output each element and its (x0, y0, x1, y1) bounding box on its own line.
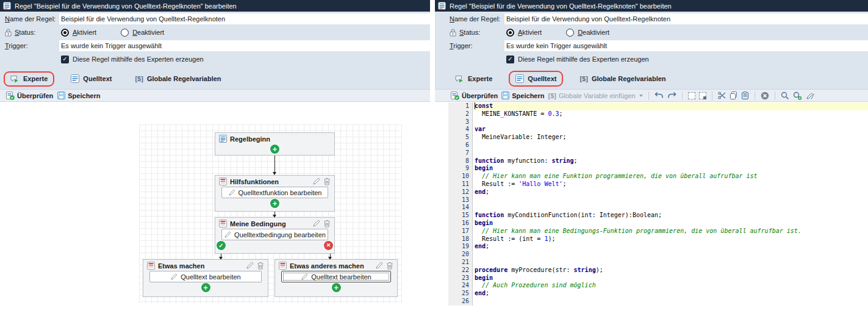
code-line[interactable]: MEINE_KONSTANTE = 0.3; (473, 110, 868, 118)
save-button[interactable]: Speichern (57, 91, 100, 99)
radio-deaktiviert[interactable]: Deaktiviert (566, 29, 609, 37)
code-editor[interactable]: 1234567891011121314151617181920212223242… (435, 102, 868, 306)
save-button[interactable]: Speichern (501, 91, 544, 99)
tab-globale-regelvariablen[interactable]: [$] Globale Regelvariablen (128, 71, 228, 86)
checkbox-checked-icon[interactable] (506, 56, 514, 63)
code-line[interactable]: // Auch Prozeduren sind möglich (473, 282, 868, 290)
toolbar-separator (755, 91, 755, 100)
code-line[interactable]: end; (473, 188, 868, 196)
trigger-value-field[interactable]: Es wurde kein Trigger ausgewählt (59, 40, 430, 51)
add-node-button[interactable]: + (332, 283, 341, 292)
code-line[interactable] (473, 298, 868, 306)
edit-source-button[interactable]: Quelltext bearbeiten (149, 271, 262, 282)
code-line[interactable]: MeineVariable: Integer; (473, 134, 868, 142)
trigger-value-field[interactable]: Es wurde kein Trigger ausgewählt (504, 40, 868, 51)
select-all-icon[interactable] (688, 92, 695, 99)
code-line[interactable]: var (473, 126, 868, 134)
node-meine-bedingung[interactable]: Meine Bedingung Quelltextbedingung bearb… (215, 217, 335, 254)
form-row-status: Status: Aktiviert Deaktiviert (435, 27, 868, 38)
code-line[interactable]: begin (473, 220, 868, 228)
node-etwas-anderes-machen[interactable]: Etwas anderes machen Quelltext bearbeite… (274, 259, 398, 297)
code-line[interactable] (473, 118, 868, 126)
line-number: 19 (448, 243, 469, 251)
edit-pencil-icon[interactable] (246, 262, 254, 270)
code-line[interactable]: end; (473, 290, 868, 298)
code-line[interactable]: end; (473, 243, 868, 251)
paste-icon[interactable] (741, 91, 749, 99)
tab-experte[interactable]: Experte (448, 71, 499, 87)
name-value-field[interactable]: Beispiel für die Verwendung von Quelltex… (59, 13, 430, 24)
radio-deaktiviert[interactable]: Deaktiviert (121, 29, 164, 37)
code-line[interactable]: const (473, 102, 868, 110)
code-line[interactable]: begin (473, 165, 868, 173)
name-value-field[interactable]: Beispiel für die Verwendung von Quelltex… (504, 13, 868, 24)
code-line[interactable]: // Hier kann man eine Funktion programmi… (473, 173, 868, 181)
node-etwas-machen[interactable]: Etwas machen Quelltext bearbeiten + (143, 259, 268, 297)
code-line[interactable]: function myConditionFunction(int: Intege… (473, 212, 868, 220)
radio-aktiviert[interactable]: Aktiviert (61, 29, 96, 37)
node-title: Etwas anderes machen (290, 262, 364, 270)
edit-pencil-icon[interactable] (312, 177, 320, 185)
insert-global-variable-button[interactable]: [$] Globale Variable einfügen (548, 92, 642, 99)
expert-checkbox[interactable]: Diese Regel mithilfe des Experten erzeug… (61, 56, 204, 63)
radio-aktiviert-control[interactable] (506, 29, 514, 37)
search-replace-icon[interactable] (806, 91, 815, 100)
flowchart-canvas[interactable]: Regelbeginn + Hilfsfunktionen Quelltextf… (139, 124, 402, 303)
rule-start-doc-icon (219, 135, 227, 143)
search-next-icon[interactable] (793, 91, 802, 100)
delete-trash-icon[interactable] (257, 262, 264, 270)
checkbox-checked-icon[interactable] (61, 56, 69, 63)
radio-deaktiviert-control[interactable] (121, 29, 129, 37)
delete-trash-icon[interactable] (323, 220, 331, 228)
check-button[interactable]: Überprüfen (6, 91, 53, 100)
edit-pencil-icon[interactable] (375, 262, 383, 270)
code-line[interactable]: Result := (int = 1); (473, 235, 868, 243)
edit-source-function-button[interactable]: Quelltextfunktion bearbeiten (221, 187, 328, 198)
radio-aktiviert[interactable]: Aktiviert (506, 29, 542, 37)
tab-experte[interactable]: Experte (4, 71, 54, 87)
line-number: 14 (448, 204, 469, 212)
add-node-button[interactable]: + (201, 283, 210, 292)
clear-icon[interactable] (761, 91, 769, 100)
cut-icon[interactable] (718, 91, 726, 99)
tab-quelltext[interactable]: Quelltext (509, 71, 563, 87)
code-line[interactable] (473, 149, 868, 157)
radio-aktiviert-control[interactable] (61, 29, 69, 37)
undo-icon[interactable] (655, 91, 664, 99)
save-floppy-icon (501, 91, 509, 99)
add-node-button[interactable]: + (270, 199, 279, 208)
copy-icon[interactable] (730, 91, 737, 99)
add-node-button[interactable]: + (270, 145, 279, 154)
code-lines[interactable]: const MEINE_KONSTANTE = 0.3;var MeineVar… (473, 102, 868, 306)
expert-checkbox[interactable]: Diese Regel mithilfe des Experten erzeug… (506, 56, 649, 63)
search-icon[interactable] (781, 91, 789, 100)
rule-form: Name der Regel: Beispiel für die Verwend… (435, 12, 868, 68)
code-line[interactable]: begin (473, 274, 868, 282)
code-line[interactable] (473, 142, 868, 149)
code-line[interactable] (473, 251, 868, 259)
code-line[interactable]: // Hier kann man eine Bedingungs-Funktio… (473, 228, 868, 235)
radio-deaktiviert-control[interactable] (566, 29, 574, 37)
check-button[interactable]: Überprüfen (451, 91, 498, 100)
node-regelbeginn[interactable]: Regelbeginn + (215, 132, 335, 156)
edit-source-button-focused[interactable]: Quelltext bearbeiten (281, 271, 391, 282)
code-line[interactable]: function myfunction: string; (473, 157, 868, 165)
tab-quelltext[interactable]: Quelltext (64, 71, 118, 87)
condition-true-button[interactable]: ✓ (217, 241, 226, 250)
select-block-icon[interactable] (699, 92, 706, 99)
edit-source-condition-button[interactable]: Quelltextbedingung bearbeiten (221, 229, 328, 240)
delete-trash-icon[interactable] (323, 177, 331, 185)
line-number: 7 (448, 149, 469, 157)
tab-globale-regelvariablen[interactable]: [$] Globale Regelvariablen (573, 71, 672, 86)
condition-false-button[interactable]: ✕ (324, 241, 333, 250)
node-hilfsfunktionen[interactable]: Hilfsfunktionen Quelltextfunktion bearbe… (215, 175, 335, 212)
edit-pencil-icon[interactable] (312, 220, 320, 228)
code-line[interactable]: procedure myProcedure(str: string); (473, 267, 868, 274)
code-line[interactable] (473, 196, 868, 204)
redo-icon[interactable] (667, 91, 676, 99)
node-title: Etwas machen (158, 262, 204, 270)
code-line[interactable] (473, 259, 868, 267)
code-line[interactable]: Result := 'Hallo Welt'; (473, 181, 868, 188)
code-line[interactable] (473, 204, 868, 212)
delete-trash-icon[interactable] (386, 262, 393, 270)
